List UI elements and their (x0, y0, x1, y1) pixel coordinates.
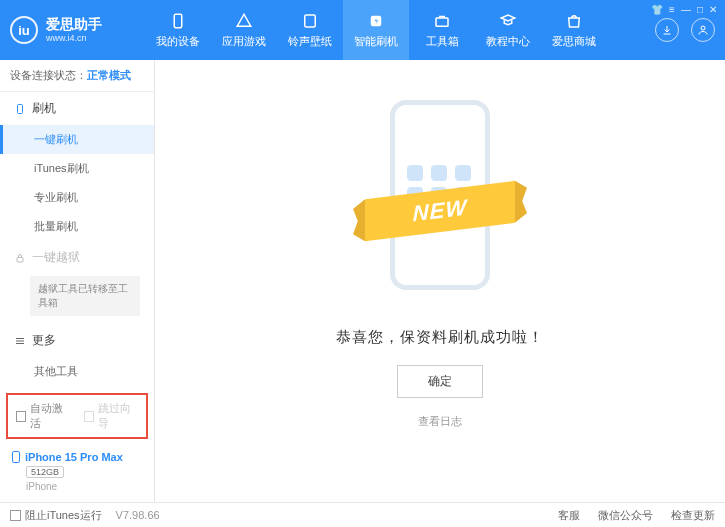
ribbon-text: NEW (413, 195, 467, 228)
flash-icon (367, 12, 385, 30)
svg-rect-1 (305, 15, 316, 27)
success-message: 恭喜您，保资料刷机成功啦！ (336, 328, 544, 347)
version-label: V7.98.66 (116, 509, 160, 521)
svg-rect-6 (17, 257, 23, 262)
jailbreak-note: 越狱工具已转移至工具箱 (30, 276, 140, 316)
skip-guide-checkbox: 跳过向导 (84, 401, 138, 431)
minimize-button[interactable]: — (681, 4, 691, 15)
close-button[interactable]: ✕ (709, 4, 717, 15)
sidebar-item-batch[interactable]: 批量刷机 (0, 212, 154, 241)
ok-button[interactable]: 确定 (397, 365, 483, 398)
sidebar: 设备连接状态：正常模式 刷机 一键刷机 iTunes刷机 专业刷机 批量刷机 一… (0, 60, 155, 502)
skin-button[interactable]: 👕 (651, 4, 663, 15)
options-row: 自动激活 跳过向导 (6, 393, 148, 439)
tab-toolbox[interactable]: 工具箱 (409, 0, 475, 60)
sidebar-item-firmware[interactable]: 下载固件 (0, 386, 154, 387)
sidebar-item-itunes[interactable]: iTunes刷机 (0, 154, 154, 183)
menu-button[interactable]: ≡ (669, 4, 675, 15)
view-log-link[interactable]: 查看日志 (418, 414, 462, 429)
update-link[interactable]: 检查更新 (671, 508, 715, 523)
device-type: iPhone (26, 481, 142, 492)
sidebar-group-jailbreak: 一键越狱 (0, 241, 154, 274)
user-icon (697, 24, 709, 36)
sidebar-item-other[interactable]: 其他工具 (0, 357, 154, 386)
more-icon (14, 335, 26, 347)
tab-apps[interactable]: 应用游戏 (211, 0, 277, 60)
connection-status: 设备连接状态：正常模式 (0, 60, 154, 92)
tab-my-device[interactable]: 我的设备 (145, 0, 211, 60)
tab-store[interactable]: 爱思商城 (541, 0, 607, 60)
svg-rect-0 (174, 14, 182, 28)
app-url: www.i4.cn (46, 33, 102, 44)
device-storage: 512GB (26, 466, 64, 478)
tutorial-icon (499, 12, 517, 30)
download-button[interactable] (655, 18, 679, 42)
tab-tutorials[interactable]: 教程中心 (475, 0, 541, 60)
block-itunes-checkbox[interactable]: 阻止iTunes运行 (10, 508, 102, 523)
tab-flash[interactable]: 智能刷机 (343, 0, 409, 60)
sidebar-group-flash[interactable]: 刷机 (0, 92, 154, 125)
toolbox-icon (433, 12, 451, 30)
svg-point-4 (701, 26, 705, 30)
support-link[interactable]: 客服 (558, 508, 580, 523)
maximize-button[interactable]: □ (697, 4, 703, 15)
logo-icon: iu (10, 16, 38, 44)
device-info: iPhone 15 Pro Max 512GB iPhone (0, 445, 154, 502)
header: iu 爱思助手 www.i4.cn 我的设备 应用游戏 铃声壁纸 智能刷机 工具… (0, 0, 725, 60)
app-name: 爱思助手 (46, 16, 102, 33)
tab-ringtones[interactable]: 铃声壁纸 (277, 0, 343, 60)
device-icon (169, 12, 187, 30)
nav-tabs: 我的设备 应用游戏 铃声壁纸 智能刷机 工具箱 教程中心 爱思商城 (145, 0, 607, 60)
apps-icon (235, 12, 253, 30)
ringtone-icon (301, 12, 319, 30)
lock-icon (14, 252, 26, 264)
auto-activate-checkbox[interactable]: 自动激活 (16, 401, 70, 431)
sidebar-item-pro[interactable]: 专业刷机 (0, 183, 154, 212)
svg-rect-3 (436, 18, 448, 26)
store-icon (565, 12, 583, 30)
device-name[interactable]: iPhone 15 Pro Max (12, 451, 142, 463)
sidebar-item-oneclick[interactable]: 一键刷机 (0, 125, 154, 154)
device-phone-icon (12, 451, 20, 463)
success-illustration: NEW (375, 90, 505, 310)
wechat-link[interactable]: 微信公众号 (598, 508, 653, 523)
download-icon (661, 24, 673, 36)
main-content: NEW 恭喜您，保资料刷机成功啦！ 确定 查看日志 (155, 60, 725, 502)
user-button[interactable] (691, 18, 715, 42)
svg-rect-5 (18, 104, 23, 113)
phone-icon (14, 103, 26, 115)
window-controls: 👕 ≡ — □ ✕ (651, 4, 717, 15)
footer: 阻止iTunes运行 V7.98.66 客服 微信公众号 检查更新 (0, 502, 725, 527)
sidebar-group-more[interactable]: 更多 (0, 324, 154, 357)
logo-area: iu 爱思助手 www.i4.cn (10, 16, 145, 44)
